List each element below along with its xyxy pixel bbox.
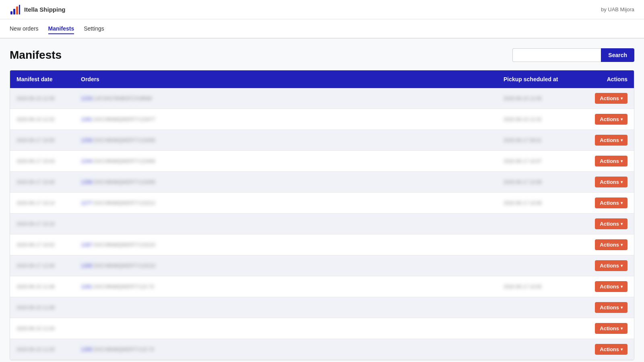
cell-pickup: 2020-06-15 12:45 [497,88,578,109]
cell-actions: Actions ▾ [578,130,634,151]
cell-orders [74,297,497,318]
manifests-table: Manifest date Orders Pickup scheduled at… [10,70,634,360]
cell-pickup: 2020-06-17 10:08 [497,172,578,193]
manifests-table-container: Manifest date Orders Pickup scheduled at… [10,70,634,360]
cell-pickup [497,339,578,360]
brand-icon [10,4,21,15]
cell-date: 2020-06-17 10:14 [10,193,74,214]
table-row: 2020-06-17 12:001285 DXCVBNMQWERTY123210… [10,255,634,276]
cell-date: 2020-06-15 11:08 [10,276,74,297]
cell-date: 2020-06-15 12:45 [10,88,74,109]
col-header-pickup: Pickup scheduled at [497,70,578,88]
cell-orders [74,318,497,339]
cell-actions: Actions ▾ [578,234,634,255]
cell-orders: 1256 DXCVBNMQWERTY123456 [74,130,497,151]
cell-orders: 1277 DXCVBNMQWERTY123212 [74,193,497,214]
table-row: 2020-06-15 12:451234 LKFJHG78HBGFCXVBNM2… [10,88,634,109]
cell-orders: 1285 DXCVBNMQWERTY123210 [74,255,497,276]
cell-actions: Actions ▾ [578,109,634,130]
actions-button[interactable]: Actions ▾ [595,135,627,146]
cell-date: 2020-06-15 11:08 [10,297,74,318]
cell-actions: Actions ▾ [578,193,634,214]
cell-actions: Actions ▾ [578,214,634,234]
cell-actions: Actions ▾ [578,255,634,276]
search-button[interactable]: Search [601,48,634,62]
cell-pickup [497,234,578,255]
cell-actions: Actions ▾ [578,151,634,172]
table-row: 2020-06-15 12:321281 DXCVBNMQWERTY123477… [10,109,634,130]
cell-actions: Actions ▾ [578,318,634,339]
cell-date: 2020-06-17 10:10 [10,214,74,234]
table-row: 2020-06-17 10:10Actions ▾ [10,214,634,234]
nav-settings[interactable]: Settings [84,24,104,34]
table-row: 2020-06-15 11:08Actions ▾ [10,297,634,318]
actions-button[interactable]: Actions ▾ [595,281,627,292]
actions-button[interactable]: Actions ▾ [595,302,627,313]
cell-pickup [497,318,578,339]
cell-pickup: 2020-06-17 10:08 [497,193,578,214]
topbar-credit: by UAB Mijora [601,6,634,12]
col-header-actions: Actions [578,70,634,88]
actions-button[interactable]: Actions ▾ [595,156,627,167]
table-row: 2020-06-17 10:021287 DXCVBNMQWERTY123210… [10,234,634,255]
table-row: 2020-06-17 10:141277 DXCVBNMQWERTY123212… [10,193,634,214]
cell-date: 2020-06-15 11:03 [10,339,74,360]
nav-new-orders[interactable]: New orders [10,24,39,34]
actions-button[interactable]: Actions ▾ [595,218,627,229]
cell-date: 2020-06-17 10:05 [10,130,74,151]
page-header: Manifests Search [10,48,634,62]
cell-date: 2020-06-15 12:32 [10,109,74,130]
cell-orders: 1286 DXCVBNMQWERTY123456 [74,172,497,193]
cell-actions: Actions ▾ [578,88,634,109]
actions-button[interactable]: Actions ▾ [595,197,627,208]
brand-name: Itella Shipping [24,6,66,13]
svg-rect-0 [10,11,12,14]
col-header-orders: Orders [74,70,497,88]
actions-button[interactable]: Actions ▾ [595,177,627,187]
table-row: 2020-06-15 11:031285 DXCVBNMQWERTY123 70… [10,339,634,360]
cell-orders: 1285 DXCVBNMQWERTY123 70 [74,339,497,360]
table-row: 2020-06-17 10:051256 DXCVBNMQWERTY123456… [10,130,634,151]
cell-date: 2020-06-17 12:00 [10,255,74,276]
cell-pickup [497,214,578,234]
cell-orders: 1287 DXCVBNMQWERTY123210 [74,234,497,255]
cell-orders: 1244 DXCVBNMQWERTY123456 [74,151,497,172]
cell-orders: 1281 DXCVBNMQWERTY123 70 [74,276,497,297]
cell-pickup: 2020-06-17 10:07 [497,151,578,172]
brand: Itella Shipping [10,4,66,15]
nav-manifests[interactable]: Manifests [48,24,74,34]
table-row: 2020-06-17 10:431244 DXCVBNMQWERTY123456… [10,151,634,172]
cell-actions: Actions ▾ [578,276,634,297]
main-content: Manifests Search Manifest date Orders Pi… [0,39,644,362]
table-row: 2020-06-15 11:04Actions ▾ [10,318,634,339]
table-header-row: Manifest date Orders Pickup scheduled at… [10,70,634,88]
cell-date: 2020-06-17 10:43 [10,151,74,172]
actions-button[interactable]: Actions ▾ [595,323,627,334]
cell-actions: Actions ▾ [578,297,634,318]
cell-orders [74,214,497,234]
cell-date: 2020-06-17 10:02 [10,234,74,255]
cell-pickup: 2020-06-17 10:00 [497,276,578,297]
navbar: New orders Manifests Settings [0,19,644,39]
actions-button[interactable]: Actions ▾ [595,260,627,271]
cell-actions: Actions ▾ [578,172,634,193]
search-input[interactable] [512,48,601,62]
cell-pickup [497,255,578,276]
search-area: Search [512,48,634,62]
actions-button[interactable]: Actions ▾ [595,239,627,250]
svg-rect-2 [16,6,18,14]
actions-button[interactable]: Actions ▾ [595,344,627,355]
cell-orders: 1234 LKFJHG78HBGFCXVBNM [74,88,497,109]
page-title: Manifests [10,49,62,62]
actions-button[interactable]: Actions ▾ [595,93,627,104]
cell-date: 2020-06-15 11:04 [10,318,74,339]
svg-rect-3 [19,5,20,14]
svg-rect-1 [13,9,15,14]
table-row: 2020-06-17 10:401286 DXCVBNMQWERTY123456… [10,172,634,193]
actions-button[interactable]: Actions ▾ [595,114,627,125]
cell-date: 2020-06-17 10:40 [10,172,74,193]
table-row: 2020-06-15 11:081281 DXCVBNMQWERTY123 70… [10,276,634,297]
cell-actions: Actions ▾ [578,339,634,360]
cell-orders: 1281 DXCVBNMQWERTY123477 [74,109,497,130]
cell-pickup [497,297,578,318]
